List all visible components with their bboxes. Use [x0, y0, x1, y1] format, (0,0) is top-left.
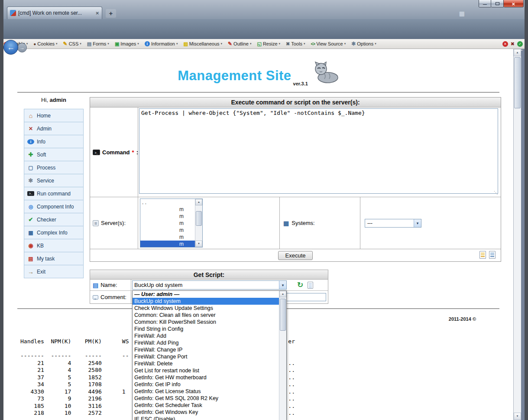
server-item[interactable]: m [140, 213, 195, 220]
resize-grip-icon[interactable] [494, 190, 498, 195]
tab-title: [cmd] Work on remote ser... [18, 10, 94, 16]
sidebar-menu-item[interactable]: KB [24, 239, 84, 252]
dropdown-option[interactable]: GetInfo: Get IP info [133, 381, 286, 388]
dropdown-option[interactable]: IE ESC (Disable) [133, 416, 286, 420]
window-titlebar[interactable]: [cmd] Work on remote ser... + [0, 0, 528, 19]
combobox-value: BuckUp old system [133, 281, 286, 288]
script-file-icon[interactable] [308, 282, 313, 289]
css-error-icon[interactable] [511, 41, 515, 47]
dropdown-scrollbar[interactable] [279, 291, 286, 420]
error-indicator-icon[interactable] [502, 41, 508, 47]
maximize-button[interactable] [491, 0, 504, 7]
comment-label: Comment: [100, 294, 126, 300]
back-button[interactable] [3, 40, 18, 55]
minimize-button[interactable] [479, 0, 491, 7]
execute-button[interactable]: Execute [278, 251, 313, 260]
save-report-icon[interactable] [479, 251, 486, 259]
valid-indicator-icon[interactable] [517, 41, 523, 47]
command-textarea[interactable]: Get-Process | where-Object {"System", "I… [139, 108, 498, 194]
tab-groups-icon[interactable] [459, 10, 465, 17]
sidebar-menu-item[interactable]: Admin [24, 122, 84, 135]
chevron-down-icon [344, 42, 346, 46]
export-table-icon[interactable] [489, 251, 496, 259]
sidebar-menu-item[interactable]: Home [24, 109, 84, 122]
sidebar-menu-item[interactable]: Component Info [24, 200, 84, 213]
listbox-scrollbar[interactable] [195, 199, 202, 247]
sidebar-menu-item[interactable]: Complex Info [24, 226, 84, 239]
tab-close-icon[interactable] [96, 11, 99, 16]
dropdown-option[interactable]: GetInfo: Get Windows Key [133, 409, 286, 416]
close-button[interactable] [504, 0, 524, 7]
scroll-down-icon[interactable] [195, 241, 202, 247]
devbar-menu-item[interactable]: View Source [311, 41, 346, 46]
dropdown-option[interactable]: Get List for restart node list [133, 367, 286, 374]
server-item[interactable]: m [140, 227, 195, 234]
sidebar-menu-item[interactable]: Checker [24, 213, 84, 226]
dropdown-option[interactable]: GetInfo: Get License Status [133, 388, 286, 395]
combobox-dropdown-button[interactable] [279, 281, 286, 289]
scrollbar-thumb[interactable] [514, 57, 521, 108]
command-label: Command [102, 149, 130, 156]
sidebar-menu-item[interactable]: Run command [24, 187, 84, 200]
server-item[interactable]: . . [140, 199, 195, 206]
name-label-cell: Name: [90, 280, 131, 290]
viewsource-icon [311, 42, 315, 46]
dropdown-option[interactable]: BuckUp old system [133, 298, 286, 305]
devbar-menu-item[interactable]: Options [351, 41, 376, 47]
dropdown-option[interactable]: Check Windows Update Settings [133, 305, 286, 312]
devbar-menu-item[interactable]: Tools [286, 41, 305, 47]
scroll-up-icon[interactable] [195, 199, 202, 205]
dropdown-option[interactable]: GetInfo: Get MS SQL 2008 R2 Key [133, 395, 286, 402]
server-item[interactable]: m [140, 206, 195, 213]
dropdown-option[interactable]: Find String in Config [133, 326, 286, 332]
page-scrollbar[interactable] [513, 49, 521, 420]
sidebar-menu-item[interactable]: Exit [24, 265, 84, 278]
sidebar-menu-item[interactable]: Soft [24, 148, 84, 161]
dropdown-option[interactable]: Common: Clean all files on server [133, 312, 286, 319]
dropdown-option[interactable]: FireWall: Change IP [133, 346, 286, 353]
sidebar-menu-item[interactable]: Service [24, 174, 84, 187]
server-item[interactable]: m [140, 241, 195, 247]
refresh-icon[interactable] [297, 280, 303, 290]
sidebar-menu-item[interactable]: My task [24, 252, 84, 265]
scroll-up-icon[interactable] [279, 291, 286, 297]
scrollbar-thumb[interactable] [196, 211, 202, 226]
devbar-menu-item[interactable]: Information [145, 41, 178, 46]
devbar-item-label: Resize [263, 41, 278, 46]
menu-item-label: Component Info [37, 204, 74, 210]
devbar-menu-item[interactable]: Images [115, 41, 139, 47]
sidebar-menu-item[interactable]: Info [24, 135, 84, 148]
systems-select[interactable]: --- [365, 219, 421, 228]
chevron-down-icon [375, 42, 376, 46]
scrollbar-thumb[interactable] [280, 299, 286, 331]
dropdown-option[interactable]: GetInfo: Get HW motherboard [133, 374, 286, 381]
sidebar-menu-item[interactable]: Process [24, 161, 84, 174]
select-dropdown-button[interactable] [414, 219, 421, 227]
devbar-item-label: CSS [69, 41, 79, 46]
dropdown-option[interactable]: FireWall: Add [133, 332, 286, 339]
scroll-down-icon[interactable] [514, 413, 521, 420]
scroll-up-icon[interactable] [514, 49, 521, 56]
dropdown-option[interactable]: FireWall: Add Ping [133, 339, 286, 346]
devbar-menu-item[interactable]: Outline [228, 41, 251, 47]
server-item[interactable]: m [140, 220, 195, 227]
servers-listbox[interactable]: . .mmmmmm [140, 199, 203, 247]
server-item[interactable]: m [140, 234, 195, 241]
script-name-combobox[interactable]: BuckUp old system [132, 280, 287, 290]
forward-button[interactable] [17, 43, 27, 52]
new-tab-button[interactable]: + [106, 9, 116, 18]
script-dropdown-list: — User: admin — BuckUp old systemCheck W… [132, 290, 287, 420]
server-list: . .mmmmmm [140, 199, 195, 247]
devbar-menu-item[interactable]: Forms [87, 41, 109, 47]
devbar-menu-item[interactable]: Cookies [33, 41, 57, 46]
devbar-menu-item[interactable]: Miscellaneous [183, 41, 222, 47]
devbar-menu-item[interactable]: Resize [257, 41, 280, 47]
browser-tab[interactable]: [cmd] Work on remote ser... [7, 7, 102, 19]
devbar-menu-item[interactable]: CSS [63, 41, 81, 47]
name-row: Name: BuckUp old system [90, 280, 328, 291]
sidebar-menu: HomeAdminInfoSoftProcessServiceRun comma… [24, 109, 84, 278]
dropdown-option[interactable]: GetInfo: Get Scheduler Task [133, 402, 286, 409]
dropdown-option[interactable]: FireWall: Change Port [133, 353, 286, 360]
dropdown-option[interactable]: FireWall: Delete [133, 360, 286, 367]
dropdown-option[interactable]: Common: Kill PowerShell Session [133, 319, 286, 326]
